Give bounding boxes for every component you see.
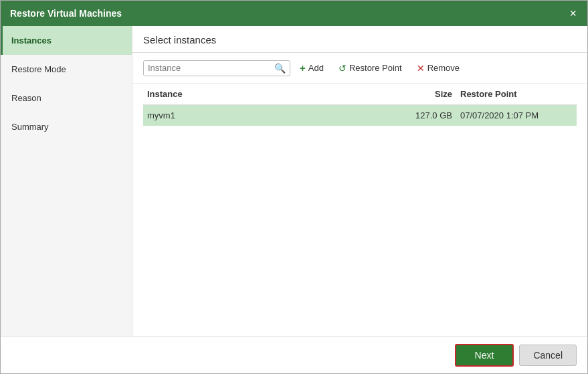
remove-button[interactable]: ✕ Remove <box>411 60 465 76</box>
dialog-header: Restore Virtual Machines × <box>1 1 587 26</box>
close-button[interactable]: × <box>568 7 578 19</box>
search-icon: 🔍 <box>274 63 286 74</box>
cancel-button[interactable]: Cancel <box>519 345 577 366</box>
table-row[interactable]: myvm1127.0 GB07/07/2020 1:07 PM <box>143 105 577 126</box>
table-area: Instance Size Restore Point myvm1127.0 G… <box>132 84 587 336</box>
sidebar-item-restore-mode[interactable]: Restore Mode <box>1 55 132 84</box>
add-button[interactable]: + Add <box>294 60 329 76</box>
search-input[interactable] <box>148 63 274 73</box>
sidebar: Instances Restore Mode Reason Summary <box>1 26 132 336</box>
col-header-restore-point: Restore Point <box>456 84 577 105</box>
restore-point-icon: ↺ <box>338 63 347 74</box>
sidebar-item-reason[interactable]: Reason <box>1 84 132 112</box>
add-icon: + <box>300 62 306 74</box>
main-content: Select instances 🔍 + Add ↺ Restore Point <box>132 26 587 336</box>
col-header-size: Size <box>396 84 456 105</box>
toolbar: 🔍 + Add ↺ Restore Point ✕ Remove <box>132 53 587 84</box>
sidebar-item-instances[interactable]: Instances <box>1 26 132 55</box>
sidebar-item-summary[interactable]: Summary <box>1 112 132 141</box>
cell-instance: myvm1 <box>143 105 396 126</box>
search-container[interactable]: 🔍 <box>143 60 290 76</box>
cell-size: 127.0 GB <box>396 105 456 126</box>
next-button[interactable]: Next <box>455 344 514 367</box>
select-instances-title: Select instances <box>143 34 216 45</box>
dialog-body: Instances Restore Mode Reason Summary Se… <box>1 26 587 336</box>
instances-table: Instance Size Restore Point myvm1127.0 G… <box>143 84 577 126</box>
restore-point-button[interactable]: ↺ Restore Point <box>333 60 407 76</box>
restore-virtual-machines-dialog: Restore Virtual Machines × Instances Res… <box>0 0 588 374</box>
dialog-title: Restore Virtual Machines <box>10 8 122 19</box>
cell-restore-point: 07/07/2020 1:07 PM <box>456 105 577 126</box>
col-header-instance: Instance <box>143 84 396 105</box>
main-header: Select instances <box>132 26 587 53</box>
remove-icon: ✕ <box>417 63 425 74</box>
dialog-footer: Next Cancel <box>1 336 587 373</box>
